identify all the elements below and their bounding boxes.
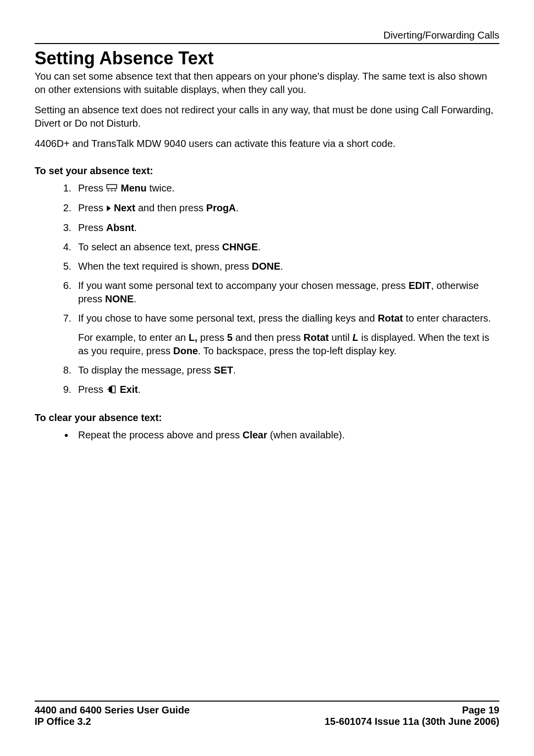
- step-text: to enter characters.: [403, 313, 491, 324]
- step-text: Press: [78, 183, 106, 193]
- step-text: press: [197, 332, 227, 343]
- svg-rect-0: [107, 185, 117, 189]
- step-3: Press Absnt.: [74, 221, 499, 235]
- footer-left: 4400 and 6400 Series User Guide IP Offic…: [35, 705, 190, 727]
- arrow-right-icon: [106, 202, 111, 215]
- menu-label: Menu: [121, 183, 146, 193]
- step-text: .: [258, 241, 261, 252]
- step-text: To select an absence text, press: [78, 241, 222, 252]
- step-5: When the text required is shown, press D…: [74, 260, 499, 273]
- chnge-label: CHNGE: [222, 241, 258, 252]
- step-7: If you chose to have some personal text,…: [74, 312, 499, 358]
- svg-point-1: [107, 190, 109, 191]
- intro-paragraph-3: 4406D+ and TransTalk MDW 9040 users can …: [35, 137, 499, 150]
- footer-right: Page 19 15-601074 Issue 11a (30th June 2…: [324, 705, 499, 727]
- svg-rect-5: [112, 386, 115, 393]
- step-text: Press: [78, 202, 106, 213]
- svg-marker-6: [109, 386, 112, 393]
- step-text: Press: [78, 222, 106, 233]
- exit-label: Exit: [120, 384, 138, 395]
- step-4: To select an absence text, press CHNGE.: [74, 240, 499, 254]
- clear-list: Repeat the process above and press Clear…: [74, 428, 499, 442]
- step-7-example: For example, to enter an L, press 5 and …: [78, 331, 499, 358]
- step-9: Press Exit.: [74, 383, 499, 397]
- rotat-label: Rotat: [304, 332, 329, 343]
- step-text: and then press: [135, 202, 206, 213]
- set-label: SET: [214, 365, 233, 376]
- clear-heading: To clear your absence text:: [35, 412, 499, 424]
- footer-product: IP Office 3.2: [35, 716, 190, 727]
- step-text: and then press: [232, 332, 303, 343]
- step-text: .: [233, 365, 236, 376]
- edit-label: EDIT: [408, 280, 431, 291]
- exit-icon: [106, 384, 116, 397]
- done-label: DONE: [252, 261, 280, 272]
- step-text: For example, to enter an: [78, 332, 188, 343]
- step-text: twice.: [146, 183, 175, 193]
- step-text: If you chose to have some personal text,…: [78, 313, 378, 324]
- step-text: .: [236, 202, 239, 213]
- intro-paragraph-1: You can set some absence text that then …: [35, 70, 499, 96]
- page-title: Setting Absence Text: [35, 48, 499, 69]
- step-text: .: [134, 222, 137, 233]
- step-text: Press: [78, 384, 106, 395]
- steps-list: Press Menu twice. Press Next and then pr…: [74, 182, 499, 397]
- intro-paragraph-2: Setting an absence text does not redirec…: [35, 103, 499, 130]
- page-footer: 4400 and 6400 Series User Guide IP Offic…: [35, 701, 499, 727]
- footer-issue: 15-601074 Issue 11a (30th June 2006): [324, 716, 499, 727]
- step-text: .: [138, 384, 141, 395]
- step-text: . To backspace, press the top-left displ…: [198, 345, 397, 356]
- proga-label: ProgA: [206, 202, 236, 213]
- letter-l-italic: L: [353, 332, 358, 343]
- step-text: To display the message, press: [78, 365, 214, 376]
- step-text: When the text required is shown, press: [78, 261, 252, 272]
- absnt-label: Absnt: [106, 222, 134, 233]
- next-label: Next: [114, 202, 135, 213]
- svg-point-2: [111, 190, 112, 191]
- step-text: .: [280, 261, 283, 272]
- footer-guide-name: 4400 and 6400 Series User Guide: [35, 705, 190, 716]
- step-1: Press Menu twice.: [74, 182, 499, 195]
- section-header: Diverting/Forwarding Calls: [35, 30, 499, 44]
- step-text: until: [329, 332, 353, 343]
- step-8: To display the message, press SET.: [74, 364, 499, 377]
- clear-text: Repeat the process above and press: [78, 429, 242, 440]
- svg-point-3: [114, 190, 116, 191]
- set-heading: To set your absence text:: [35, 165, 499, 177]
- menu-icon: [106, 182, 117, 195]
- digit-5: 5: [227, 332, 232, 343]
- done-label: Done: [173, 345, 198, 356]
- footer-page-number: Page 19: [324, 705, 499, 716]
- none-label: NONE: [105, 293, 134, 304]
- clear-label: Clear: [242, 429, 267, 440]
- letter-l: L,: [188, 332, 197, 343]
- svg-marker-4: [107, 205, 111, 211]
- step-text: If you want some personal text to accomp…: [78, 280, 408, 291]
- rotat-label: Rotat: [378, 313, 403, 324]
- clear-text: (when available).: [267, 429, 345, 440]
- clear-item: Repeat the process above and press Clear…: [74, 428, 499, 442]
- step-2: Press Next and then press ProgA.: [74, 201, 499, 215]
- step-6: If you want some personal text to accomp…: [74, 279, 499, 306]
- step-text: .: [134, 293, 136, 304]
